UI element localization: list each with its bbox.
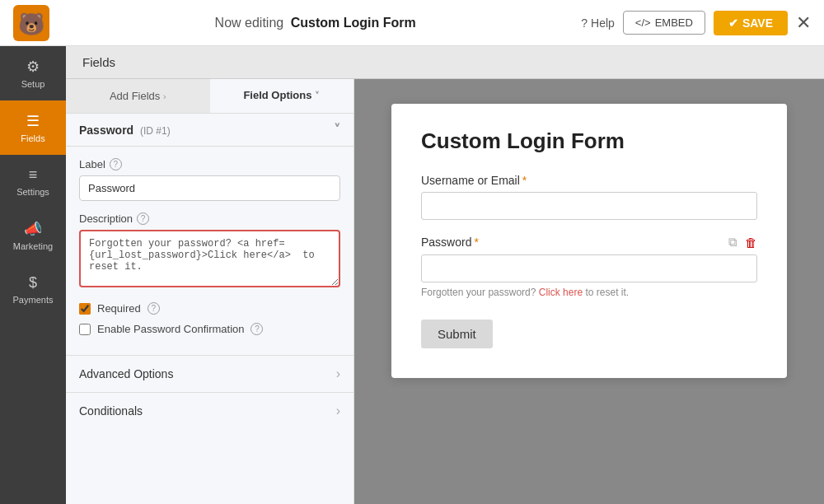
preview-password-hint: Forgotten your password? Click here to r… (421, 287, 757, 298)
top-header: 🐻 Now editing Custom Login Form ? Help <… (0, 0, 824, 46)
question-icon: ? (581, 16, 588, 30)
sidebar-item-settings[interactable]: ≡ Settings (0, 155, 66, 208)
preview-password-input[interactable] (421, 254, 757, 282)
field-options-arrow: ˅ (315, 91, 320, 100)
code-icon: </> (635, 16, 651, 29)
preview-password-group: Password * ⧉ 🗑 Forgotten your password? … (421, 235, 757, 298)
svg-text:🐻: 🐻 (18, 11, 45, 37)
label-group: Label ? (79, 158, 340, 201)
save-button[interactable]: ✔ SAVE (714, 11, 788, 35)
label-input[interactable] (79, 175, 340, 201)
description-help-icon[interactable]: ? (137, 212, 149, 225)
label-label: Label ? (79, 158, 340, 170)
preview-form-title: Custom Login Form (421, 128, 757, 154)
sidebar-item-marketing[interactable]: 📣 Marketing (0, 208, 66, 263)
fields-area: Fields Add Fields › Field Options ˅ (66, 46, 824, 504)
icon-sidebar: ⚙ Setup ☰ Fields ≡ Settings 📣 Marketing … (0, 46, 66, 504)
field-editor-section: Label ? Description ? Forgotten your pas… (66, 147, 353, 355)
preview-password-label: Password * ⧉ 🗑 (421, 235, 757, 250)
conditionals-chevron: › (336, 404, 340, 418)
required-checkbox-row: Required ? (79, 302, 340, 315)
marketing-icon: 📣 (24, 220, 42, 238)
tabs-row: Add Fields › Field Options ˅ (66, 79, 353, 114)
logo-icon: 🐻 (13, 5, 49, 41)
logo: 🐻 (13, 5, 49, 41)
required-checkbox[interactable] (79, 303, 91, 315)
advanced-options-row[interactable]: Advanced Options › (66, 355, 353, 392)
tab-add-fields[interactable]: Add Fields › (66, 79, 210, 113)
description-input[interactable]: Forgotten your password? <a href={url_lo… (79, 230, 340, 287)
embed-button[interactable]: </> EMBED (623, 11, 705, 35)
conditionals-row[interactable]: Conditionals › (66, 392, 353, 429)
description-group: Description ? Forgotten your password? <… (79, 212, 340, 291)
preview-submit-button[interactable]: Submit (421, 320, 493, 348)
settings-icon: ≡ (29, 166, 38, 184)
field-header-row[interactable]: Password (ID #1) ˅ (66, 114, 353, 147)
delete-icon[interactable]: 🗑 (745, 236, 757, 250)
preview-username-input[interactable] (421, 192, 757, 220)
password-confirm-label: Enable Password Confirmation (97, 323, 244, 335)
header-actions: ? Help </> EMBED ✔ SAVE ✕ (581, 11, 811, 35)
password-confirm-checkbox[interactable] (79, 324, 91, 335)
field-name-label: Password (ID #1) (79, 124, 171, 137)
tab-field-options[interactable]: Field Options ˅ (210, 79, 354, 113)
payments-icon: $ (29, 274, 37, 292)
password-required-star: * (474, 236, 478, 249)
username-required-star: * (522, 174, 527, 187)
help-button[interactable]: ? Help (581, 16, 615, 30)
required-help-icon[interactable]: ? (147, 302, 160, 315)
required-label: Required (97, 302, 141, 315)
fields-tab-header: Fields (66, 46, 824, 79)
close-button[interactable]: ✕ (796, 12, 811, 34)
preview-username-group: Username or Email * (421, 174, 757, 220)
sidebar-item-fields[interactable]: ☰ Fields (0, 100, 66, 155)
fields-body: Add Fields › Field Options ˅ Password (I… (66, 79, 824, 504)
form-preview: Custom Login Form Username or Email * Pa… (391, 104, 787, 378)
description-label: Description ? (79, 212, 340, 225)
sidebar-item-payments[interactable]: $ Payments (0, 263, 66, 316)
preview-username-label: Username or Email * (421, 174, 757, 187)
password-confirm-help-icon[interactable]: ? (250, 323, 263, 335)
sidebar-item-setup[interactable]: ⚙ Setup (0, 46, 66, 100)
advanced-options-chevron: › (336, 366, 340, 381)
fields-icon: ☰ (26, 112, 40, 130)
check-icon: ✔ (728, 16, 738, 30)
preview-hint-link[interactable]: Click here (539, 287, 583, 298)
label-help-icon[interactable]: ? (110, 158, 122, 170)
header-title: Now editing Custom Login Form (215, 16, 416, 30)
field-header-chevron: ˅ (334, 122, 340, 138)
copy-icon[interactable]: ⧉ (728, 235, 737, 250)
fields-tab-title: Fields (82, 55, 115, 69)
password-confirm-checkbox-row: Enable Password Confirmation ? (79, 323, 340, 335)
preview-area: Custom Login Form Username or Email * Pa… (354, 79, 824, 504)
add-fields-arrow: › (163, 91, 166, 101)
gear-icon: ⚙ (26, 58, 40, 76)
main-layout: ⚙ Setup ☰ Fields ≡ Settings 📣 Marketing … (0, 46, 824, 504)
field-editor-panel: Add Fields › Field Options ˅ Password (I… (66, 79, 354, 504)
